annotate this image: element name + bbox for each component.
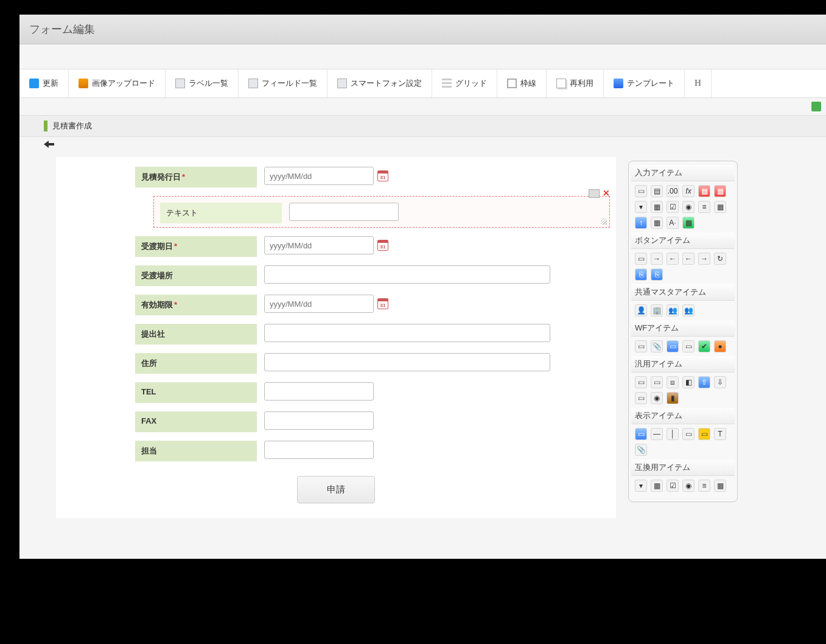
wf-stamp-icon[interactable]: ● <box>714 340 726 352</box>
generic-download-icon[interactable]: ⇩ <box>714 376 726 388</box>
generic-camera-icon[interactable]: ⧇ <box>667 376 679 388</box>
row-submitter[interactable]: 提出社 <box>56 324 616 345</box>
list-item-icon[interactable]: ≡ <box>698 201 710 213</box>
display-box-icon[interactable]: ▭ <box>682 428 695 440</box>
display-hr-icon[interactable]: — <box>651 428 663 440</box>
datetime-item-icon[interactable]: ▦ <box>714 185 726 197</box>
palette-wf-items: ▭ 📎 ▭ ▭ ✔ ● <box>631 337 735 356</box>
compat-radio-icon[interactable]: ◉ <box>682 480 695 492</box>
person-input[interactable] <box>264 441 374 459</box>
user-master-icon[interactable]: 👤 <box>635 304 647 317</box>
text-input[interactable] <box>289 203 399 221</box>
wf-route-icon[interactable]: ▭ <box>682 340 695 352</box>
submit-button[interactable]: 申請 <box>297 476 375 503</box>
row-issue-date[interactable]: 見積発行日* <box>56 167 616 187</box>
spreadsheet-item-icon[interactable]: ▦ <box>651 217 663 229</box>
compat-grid-icon[interactable]: ▦ <box>714 480 726 492</box>
update-button[interactable]: 更新 <box>19 69 69 97</box>
copy-next-icon[interactable]: ⎘ <box>651 268 663 281</box>
template-button[interactable]: テンプレート <box>604 69 685 97</box>
row-person[interactable]: 担当 <box>56 441 616 461</box>
resize-handle-icon[interactable] <box>601 219 607 225</box>
reload-button-icon[interactable]: ↻ <box>714 253 726 265</box>
toolbar: 更新 画像アップロード ラベル一覧 フィールド一覧 スマートフォン設定 グリッド <box>19 69 826 98</box>
submitter-input[interactable] <box>264 324 550 342</box>
back-button-icon[interactable]: ← <box>682 253 695 265</box>
image-icon <box>79 79 88 88</box>
delete-icon[interactable]: ✕ <box>602 189 611 198</box>
textarea-item-icon[interactable]: ▤ <box>651 185 663 197</box>
calendar-icon[interactable] <box>377 240 388 251</box>
number-item-icon[interactable]: .00 <box>667 185 679 197</box>
row-delivery-place[interactable]: 受渡場所 <box>56 265 616 286</box>
header-spacer <box>19 44 826 69</box>
generic-panel-icon[interactable]: ▭ <box>635 392 647 404</box>
due-date-input[interactable] <box>264 236 374 254</box>
forward-button-icon[interactable]: → <box>698 253 710 265</box>
map-item-icon[interactable]: ▦ <box>682 217 695 229</box>
text-item-icon[interactable]: ▭ <box>635 185 647 197</box>
generic-link-icon[interactable]: ⇧ <box>698 376 710 388</box>
wf-note-icon[interactable]: ▭ <box>635 340 647 352</box>
smartphone-button[interactable]: スマートフォン設定 <box>327 69 432 97</box>
row-tel[interactable]: TEL <box>56 382 616 403</box>
richtext-item-icon[interactable]: A· <box>667 217 679 229</box>
compat-table-icon[interactable]: ▦ <box>651 480 663 492</box>
heading-button[interactable]: H <box>685 69 712 97</box>
next-button-icon[interactable]: → <box>651 253 663 265</box>
address-input[interactable] <box>264 353 550 371</box>
border-button[interactable]: 枠線 <box>497 69 547 97</box>
row-fax[interactable]: FAX <box>56 411 616 432</box>
fax-input[interactable] <box>264 411 374 430</box>
generic-text-icon[interactable]: ▭ <box>635 376 647 388</box>
generic-cube-icon[interactable]: ◧ <box>682 376 695 388</box>
compat-list-icon[interactable]: ≡ <box>698 480 710 492</box>
display-clip-icon[interactable]: 📎 <box>635 444 647 456</box>
selected-item-wrap[interactable]: ✕ テキスト <box>153 196 610 228</box>
compat-select-icon[interactable]: ▾ <box>635 480 647 492</box>
row-text: テキスト <box>160 203 603 223</box>
tel-input[interactable] <box>264 382 374 401</box>
wf-approve-icon[interactable]: ✔ <box>698 340 710 352</box>
upload-item-icon[interactable]: ↑ <box>635 217 647 229</box>
grid-button[interactable]: グリッド <box>432 69 497 97</box>
button-item-icon[interactable]: ▭ <box>635 253 647 265</box>
copy-prev-icon[interactable]: ⎘ <box>635 268 647 281</box>
display-image-icon[interactable]: ▭ <box>698 428 710 440</box>
function-item-icon[interactable]: fx <box>682 185 695 197</box>
wf-attach-icon[interactable]: 📎 <box>651 340 663 352</box>
wf-image-icon[interactable]: ▭ <box>667 340 679 352</box>
group-master-icon[interactable]: 👥 <box>667 304 679 317</box>
checkbox-item-icon[interactable]: ☑ <box>667 201 679 213</box>
table-item-icon[interactable]: ▦ <box>651 201 663 213</box>
generic-disc-icon[interactable]: ◉ <box>651 392 663 404</box>
org-master-icon[interactable]: 🏢 <box>651 304 663 317</box>
display-header-icon[interactable]: ▭ <box>635 428 647 440</box>
row-due-date[interactable]: 受渡期日* <box>56 236 616 257</box>
role-master-icon[interactable]: 👥 <box>682 304 695 317</box>
generic-box-icon[interactable]: ▭ <box>651 376 663 388</box>
status-icon[interactable] <box>811 102 821 111</box>
date-item-icon[interactable]: ▦ <box>698 185 710 197</box>
prev-button-icon[interactable]: ← <box>667 253 679 265</box>
radio-item-icon[interactable]: ◉ <box>682 201 695 213</box>
back-button[interactable] <box>44 141 55 148</box>
delivery-place-input[interactable] <box>264 265 550 284</box>
display-text-icon[interactable]: T <box>714 428 726 440</box>
label-list-button[interactable]: ラベル一覧 <box>166 69 239 97</box>
issue-date-input[interactable] <box>264 167 374 185</box>
image-upload-button[interactable]: 画像アップロード <box>69 69 166 97</box>
reuse-button[interactable]: 再利用 <box>547 69 604 97</box>
field-list-button[interactable]: フィールド一覧 <box>239 69 327 97</box>
display-vr-icon[interactable]: │ <box>667 428 679 440</box>
expiry-input[interactable] <box>264 295 374 313</box>
drag-handle-icon[interactable] <box>589 189 600 198</box>
calendar-icon[interactable] <box>377 170 388 181</box>
compat-check-icon[interactable]: ☑ <box>667 480 679 492</box>
row-address[interactable]: 住所 <box>56 353 616 374</box>
row-expiry[interactable]: 有効期限* <box>56 295 616 315</box>
calendar-icon[interactable] <box>377 298 388 309</box>
select-item-icon[interactable]: ▾ <box>635 201 647 213</box>
generic-barrel-icon[interactable]: ▮ <box>667 392 679 404</box>
grid-item-icon[interactable]: ▦ <box>714 201 726 213</box>
